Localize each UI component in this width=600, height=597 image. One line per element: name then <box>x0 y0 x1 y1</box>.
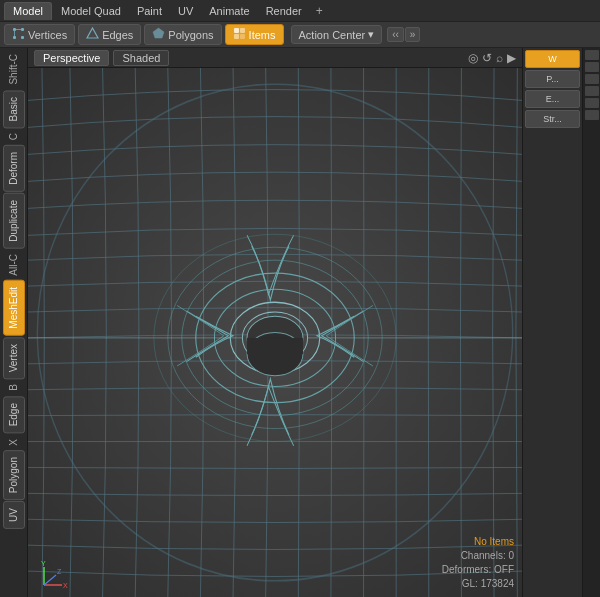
svg-marker-6 <box>87 28 98 38</box>
dropdown-icon: ▾ <box>368 28 374 41</box>
polygons-icon <box>152 27 165 42</box>
left-sidebar: Shift-C Basic C Deform Duplicate All-C M… <box>0 48 28 597</box>
svg-marker-7 <box>153 28 164 38</box>
svg-line-28 <box>44 575 56 585</box>
viewport-header: Perspective Shaded ◎ ↺ ⌕ ▶ <box>28 48 522 68</box>
polygons-button[interactable]: Polygons <box>144 24 221 45</box>
viewport-wrapper: Perspective Shaded ◎ ↺ ⌕ ▶ <box>28 48 600 597</box>
edges-button[interactable]: Edges <box>78 24 141 45</box>
main-layout: Shift-C Basic C Deform Duplicate All-C M… <box>0 48 600 597</box>
far-right-btn-1[interactable] <box>585 50 599 60</box>
shortcut-c: C <box>5 129 22 144</box>
tab-paint[interactable]: Paint <box>130 3 169 19</box>
tab-uv[interactable]: UV <box>171 3 200 19</box>
expand-icon[interactable]: ▶ <box>507 51 516 65</box>
viewport-canvas[interactable]: No Items Channels: 0 Deformers: OFF GL: … <box>28 68 522 597</box>
shortcut-all-c: All-C <box>5 250 22 280</box>
top-menubar: Model Model Quad Paint UV Animate Render… <box>0 0 600 22</box>
svg-rect-20 <box>247 338 303 354</box>
p-button[interactable]: P... <box>525 70 580 88</box>
sidebar-deform[interactable]: Deform <box>3 145 25 192</box>
viewport-svg <box>28 68 522 597</box>
vertices-label: Vertices <box>28 29 67 41</box>
e-button[interactable]: E... <box>525 90 580 108</box>
svg-rect-10 <box>234 34 239 39</box>
perspective-tab[interactable]: Perspective <box>34 50 109 66</box>
add-tab-button[interactable]: + <box>311 2 328 20</box>
far-right-btn-6[interactable] <box>585 110 599 120</box>
sidebar-vertex[interactable]: Vertex <box>3 337 25 379</box>
edges-label: Edges <box>102 29 133 41</box>
tab-model[interactable]: Model <box>4 2 52 20</box>
far-right-btn-4[interactable] <box>585 86 599 96</box>
shaded-tab[interactable]: Shaded <box>113 50 169 66</box>
scroll-right-button[interactable]: » <box>405 27 421 42</box>
rotate-icon[interactable]: ↺ <box>482 51 492 65</box>
w-button[interactable]: W <box>525 50 580 68</box>
action-center-button[interactable]: Action Center ▾ <box>291 25 383 44</box>
shortcut-x: X <box>5 435 22 450</box>
vertices-icon <box>12 27 25 42</box>
action-center-label: Action Center <box>299 29 366 41</box>
properties-panel: W P... E... Str... <box>522 48 582 597</box>
far-right-panel <box>582 48 600 597</box>
polygons-label: Polygons <box>168 29 213 41</box>
str-button[interactable]: Str... <box>525 110 580 128</box>
svg-text:Y: Y <box>41 560 46 567</box>
items-label: Items <box>249 29 276 41</box>
sidebar-edge[interactable]: Edge <box>3 396 25 433</box>
axis-indicator: X Y Z <box>36 559 66 589</box>
scroll-left-button[interactable]: ‹‹ <box>387 27 404 42</box>
far-right-btn-2[interactable] <box>585 62 599 72</box>
svg-rect-1 <box>21 28 24 31</box>
main-viewport[interactable]: Perspective Shaded ◎ ↺ ⌕ ▶ <box>28 48 522 597</box>
tab-render[interactable]: Render <box>259 3 309 19</box>
tab-model-quad[interactable]: Model Quad <box>54 3 128 19</box>
svg-rect-9 <box>240 28 245 33</box>
sidebar-uv[interactable]: UV <box>3 501 25 529</box>
sidebar-polygon[interactable]: Polygon <box>3 450 25 500</box>
svg-rect-2 <box>13 36 16 39</box>
svg-rect-3 <box>21 36 24 39</box>
far-right-btn-3[interactable] <box>585 74 599 84</box>
svg-text:Z: Z <box>57 568 62 575</box>
edges-icon <box>86 27 99 42</box>
svg-rect-11 <box>240 34 245 39</box>
svg-text:X: X <box>63 582 68 589</box>
shortcut-shift-c: Shift-C <box>5 50 22 89</box>
items-button[interactable]: Items <box>225 24 284 45</box>
items-icon <box>233 27 246 42</box>
sidebar-duplicate[interactable]: Duplicate <box>3 193 25 249</box>
viewport-icons: ◎ ↺ ⌕ ▶ <box>468 51 516 65</box>
vertices-button[interactable]: Vertices <box>4 24 75 45</box>
far-right-btn-5[interactable] <box>585 98 599 108</box>
zoom-icon[interactable]: ⌕ <box>496 51 503 65</box>
svg-rect-0 <box>13 28 16 31</box>
toolbar: Vertices Edges Polygons Items <box>0 22 600 48</box>
sidebar-meshedit[interactable]: MeshEdit <box>3 280 25 336</box>
svg-rect-8 <box>234 28 239 33</box>
shortcut-b: B <box>5 380 22 395</box>
camera-icon[interactable]: ◎ <box>468 51 478 65</box>
tab-animate[interactable]: Animate <box>202 3 256 19</box>
sidebar-basic[interactable]: Basic <box>3 90 25 128</box>
